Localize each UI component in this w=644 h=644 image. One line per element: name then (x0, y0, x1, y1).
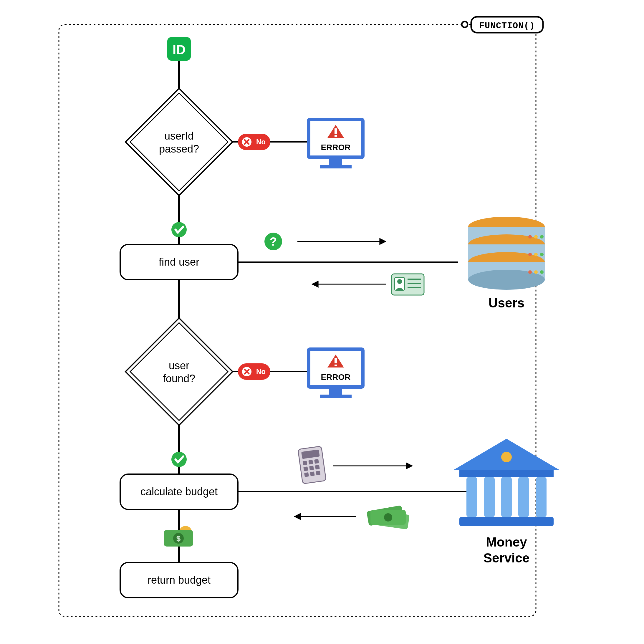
no-badge-2-text: No (256, 367, 266, 375)
svg-rect-9 (335, 135, 337, 137)
svg-point-31 (534, 253, 538, 256)
error-1-text: ERROR (321, 143, 350, 152)
svg-rect-51 (303, 466, 308, 471)
question-icon: ? (264, 233, 282, 250)
svg-rect-50 (314, 459, 319, 464)
svg-point-29 (540, 235, 544, 239)
no-badge-2: No (238, 363, 270, 380)
decision-userfound-line1: user (169, 360, 189, 372)
svg-rect-48 (303, 461, 307, 465)
svg-rect-61 (459, 517, 554, 526)
frame-label-text: FUNCTION() (479, 21, 535, 31)
svg-rect-42 (335, 358, 337, 363)
decision-userid-line1: userId (164, 130, 194, 142)
svg-rect-8 (335, 128, 337, 134)
svg-rect-56 (316, 471, 321, 475)
svg-point-63 (501, 452, 512, 462)
svg-point-32 (540, 253, 544, 256)
svg-rect-65 (484, 477, 495, 517)
decision-userid-line2: passed? (159, 143, 199, 155)
process-return-budget: return budget (120, 562, 238, 598)
svg-point-60 (384, 513, 392, 522)
find-user-text: find user (159, 256, 199, 268)
money-stack-icon (367, 505, 410, 529)
svg-rect-62 (459, 470, 554, 477)
svg-rect-6 (329, 159, 342, 165)
calculator-icon (298, 446, 326, 484)
error-monitor-2: ERROR (307, 347, 365, 398)
svg-rect-41 (320, 395, 352, 398)
frame-label-pill: FUNCTION() (471, 17, 543, 33)
id-card-icon (392, 274, 424, 295)
frame-label-dot (462, 21, 468, 27)
money-service-line1: Money (486, 535, 527, 549)
svg-rect-52 (309, 466, 314, 470)
svg-rect-55 (310, 471, 315, 476)
svg-point-26 (468, 270, 545, 290)
users-db-icon (468, 217, 545, 290)
check-icon-1 (171, 222, 187, 237)
svg-rect-43 (335, 365, 337, 366)
error-2-text: ERROR (321, 373, 350, 382)
svg-rect-68 (536, 477, 547, 517)
svg-text:$: $ (176, 534, 181, 543)
svg-rect-66 (501, 477, 512, 517)
svg-rect-64 (466, 477, 477, 517)
decision-user-found: user found? (125, 318, 233, 425)
id-badge: ID (167, 37, 191, 61)
calculate-budget-text: calculate budget (140, 486, 218, 498)
svg-point-34 (534, 270, 538, 274)
svg-rect-7 (320, 165, 352, 168)
error-monitor-1: ERROR (307, 118, 365, 168)
svg-text:?: ? (270, 235, 277, 248)
no-badge-1: No (238, 134, 270, 150)
svg-point-16 (397, 279, 402, 284)
process-calculate-budget: calculate budget (120, 474, 238, 509)
svg-point-28 (534, 235, 538, 239)
svg-rect-49 (308, 460, 313, 465)
svg-point-35 (540, 270, 544, 274)
svg-rect-40 (329, 389, 342, 395)
svg-rect-54 (304, 472, 309, 477)
money-service-line2: Service (484, 551, 530, 565)
svg-rect-67 (518, 477, 529, 517)
svg-point-10 (171, 222, 187, 237)
no-badge-1-text: No (256, 138, 266, 146)
svg-point-30 (528, 253, 532, 256)
svg-point-27 (528, 235, 532, 239)
function-frame (59, 24, 536, 616)
return-budget-text: return budget (148, 574, 211, 586)
svg-point-33 (528, 270, 532, 274)
svg-rect-53 (315, 465, 320, 470)
decision-userfound-line2: found? (163, 373, 195, 385)
process-find-user: find user (120, 244, 238, 280)
bank-icon (453, 439, 559, 526)
decision-userid-passed: userId passed? (125, 88, 233, 196)
svg-point-44 (171, 452, 187, 467)
users-label: Users (489, 296, 524, 310)
id-badge-text: ID (173, 42, 186, 57)
check-icon-2 (171, 452, 187, 467)
